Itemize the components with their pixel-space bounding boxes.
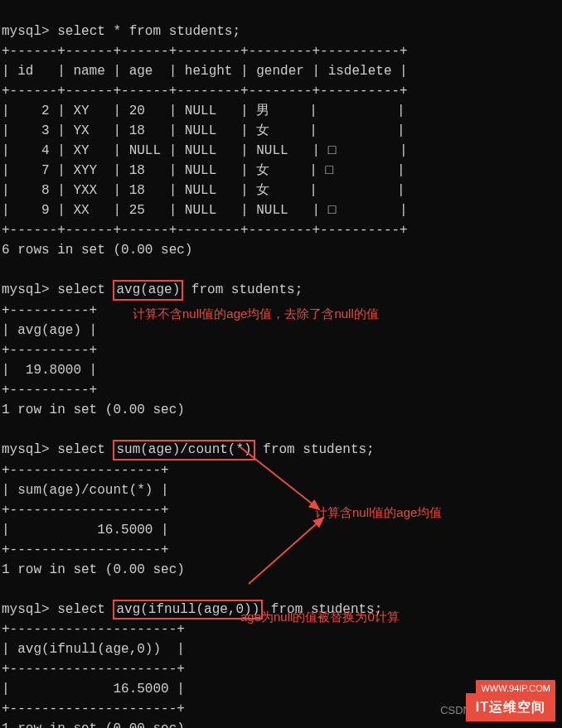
table-sep: +----------+ xyxy=(2,383,97,398)
table-row: | 2 | XY | 20 | NULL | 男 | | xyxy=(2,104,405,118)
prompt: mysql> xyxy=(2,442,57,457)
table-sep: +-------------------+ xyxy=(2,542,169,557)
table-header: | id | name | age | height | gender | is… xyxy=(2,64,408,79)
table-row: | 16.5000 | xyxy=(2,682,185,697)
prompt: mysql> xyxy=(2,24,57,39)
table-sep: +----------+ xyxy=(2,303,97,318)
table-sep: +---------------------+ xyxy=(2,622,185,637)
annotation-2: 计算含null值的age均值 xyxy=(315,504,442,523)
table-sep: +-------------------+ xyxy=(2,463,169,478)
prompt: mysql> xyxy=(2,602,57,617)
highlight-sum-count: sum(age)/count(*) xyxy=(113,440,254,460)
sql-post: from students; xyxy=(183,282,303,297)
table-row: | 4 | XY | NULL | NULL | NULL | □ | xyxy=(2,143,408,158)
annotation-1: 计算不含null值的age均值，去除了含null的值 xyxy=(133,305,379,324)
table-sep: +---------------------+ xyxy=(2,662,185,677)
table-row: | 19.8000 | xyxy=(2,363,97,378)
rows-in-set: 1 row in set (0.00 sec) xyxy=(2,721,185,728)
rows-in-set: 6 rows in set (0.00 sec) xyxy=(2,243,192,258)
table-row: | 9 | XX | 25 | NULL | NULL | □ | xyxy=(2,203,408,218)
table-header: | avg(age) | xyxy=(2,323,97,338)
sql-pre: select xyxy=(57,282,113,297)
sql-query-1: select * from students; xyxy=(57,24,240,39)
brand-watermark: IT运维空间 xyxy=(466,693,555,721)
rows-in-set: 1 row in set (0.00 sec) xyxy=(2,562,185,577)
table-row: | 7 | XYY | 18 | NULL | 女 | □ | xyxy=(2,163,405,178)
table-sep: +-------------------+ xyxy=(2,503,169,518)
table-row: | 3 | YX | 18 | NULL | 女 | | xyxy=(2,123,405,138)
sql-post: from students; xyxy=(255,442,375,457)
rows-in-set: 1 row in set (0.00 sec) xyxy=(2,403,185,417)
table-row: | 16.5000 | xyxy=(2,523,169,538)
sql-pre: select xyxy=(57,602,113,617)
table-sep: +---------------------+ xyxy=(2,701,185,716)
table-header: | avg(ifnull(age,0)) | xyxy=(2,642,185,657)
prompt: mysql> xyxy=(2,282,57,297)
sql-pre: select xyxy=(57,442,113,457)
annotation-3: age为null的值被替换为0计算 xyxy=(240,608,400,627)
table-sep: +------+------+------+--------+--------+… xyxy=(2,44,408,59)
table-row: | 8 | YXX | 18 | NULL | 女 | | xyxy=(2,183,405,198)
table-header: | sum(age)/count(*) | xyxy=(2,483,169,498)
highlight-avg-age: avg(age) xyxy=(113,280,183,301)
table-sep: +----------+ xyxy=(2,343,97,358)
table-sep: +------+------+------+--------+--------+… xyxy=(2,223,408,238)
table-sep: +------+------+------+--------+--------+… xyxy=(2,84,408,99)
